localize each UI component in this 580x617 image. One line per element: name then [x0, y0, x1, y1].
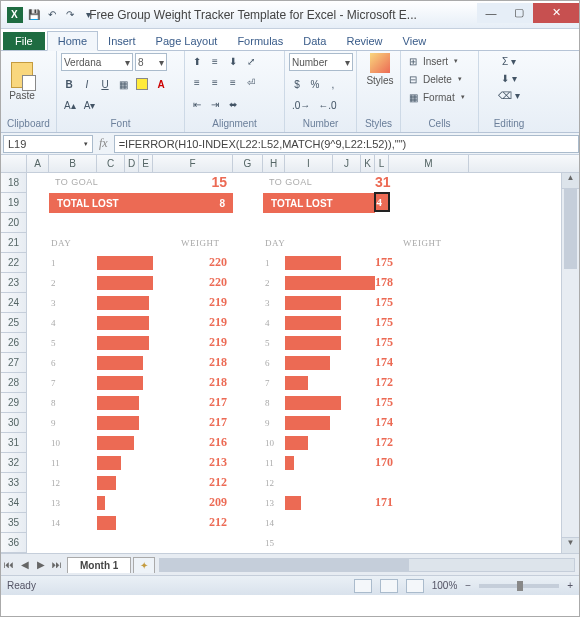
comma-button[interactable]: , — [325, 76, 341, 92]
tab-formulas[interactable]: Formulas — [227, 32, 293, 50]
select-all-corner[interactable] — [1, 155, 27, 173]
zoom-slider[interactable] — [479, 584, 559, 588]
group-number: Number — [289, 118, 352, 130]
title-bar: 💾 ↶ ↷ ▾ Free Group Weight Tracker Templa… — [1, 1, 579, 29]
tab-nav-first[interactable]: ⏮ — [1, 559, 17, 570]
group-clipboard: Clipboard — [5, 118, 52, 130]
excel-icon — [7, 7, 23, 23]
insert-cells-button[interactable]: ⊞ — [405, 53, 421, 69]
new-sheet-button[interactable]: ✦ — [133, 557, 155, 573]
italic-button[interactable]: I — [79, 76, 95, 92]
tab-view[interactable]: View — [393, 32, 437, 50]
tab-file[interactable]: File — [3, 32, 45, 50]
view-pagebreak-button[interactable] — [406, 579, 424, 593]
bold-button[interactable]: B — [61, 76, 77, 92]
quick-access-toolbar: 💾 ↶ ↷ ▾ — [27, 7, 95, 21]
status-bar: Ready 100% − + — [1, 575, 579, 595]
font-size-select[interactable]: 8▾ — [135, 53, 167, 71]
align-bottom-button[interactable]: ⬇ — [225, 53, 241, 69]
currency-button[interactable]: $ — [289, 76, 305, 92]
maximize-button[interactable]: ▢ — [505, 3, 533, 23]
grow-font-button[interactable]: A▴ — [61, 97, 79, 113]
group-cells: Cells — [405, 118, 474, 130]
vertical-scrollbar[interactable]: ▲ ▼ — [561, 173, 579, 553]
undo-icon[interactable]: ↶ — [45, 7, 59, 21]
percent-button[interactable]: % — [307, 76, 323, 92]
group-editing: Editing — [483, 118, 535, 130]
scroll-up-button[interactable]: ▲ — [562, 173, 579, 189]
formula-bar[interactable]: =IFERROR(H10-INDEX(L22:L52,MATCH(9^9,L22… — [114, 135, 579, 153]
save-icon[interactable]: 💾 — [27, 7, 41, 21]
number-format-select[interactable]: Number▾ — [289, 53, 353, 71]
paste-label: Paste — [9, 90, 35, 101]
vscroll-thumb[interactable] — [564, 189, 577, 269]
styles-button[interactable]: Styles — [361, 53, 399, 86]
decrease-decimal-button[interactable]: ←.0 — [315, 97, 339, 113]
status-ready: Ready — [7, 580, 36, 591]
tab-data[interactable]: Data — [293, 32, 336, 50]
group-styles: Styles — [361, 118, 396, 130]
align-middle-button[interactable]: ≡ — [207, 53, 223, 69]
border-button[interactable]: ▦ — [115, 76, 131, 92]
zoom-out-button[interactable]: − — [465, 580, 471, 591]
increase-decimal-button[interactable]: .0→ — [289, 97, 313, 113]
selected-cell[interactable]: 4 — [374, 192, 390, 212]
ribbon-tabs: File Home Insert Page Layout Formulas Da… — [1, 29, 579, 51]
tab-review[interactable]: Review — [336, 32, 392, 50]
styles-icon — [370, 53, 390, 73]
row-headers[interactable]: 18192021222324252627282930313233343536 — [1, 173, 27, 553]
name-box[interactable]: L19▾ — [3, 135, 93, 153]
zoom-level[interactable]: 100% — [432, 580, 458, 591]
tab-nav-last[interactable]: ⏭ — [49, 559, 65, 570]
format-cells-button[interactable]: ▦ — [405, 89, 421, 105]
close-button[interactable]: ✕ — [533, 3, 579, 23]
minimize-button[interactable]: — — [477, 3, 505, 23]
tab-nav-next[interactable]: ▶ — [33, 559, 49, 570]
shrink-font-button[interactable]: A▾ — [81, 97, 99, 113]
tab-insert[interactable]: Insert — [98, 32, 146, 50]
autosum-button[interactable]: Σ ▾ — [483, 53, 535, 69]
horizontal-scrollbar[interactable] — [159, 558, 575, 572]
align-top-button[interactable]: ⬆ — [189, 53, 205, 69]
font-name-select[interactable]: Verdana▾ — [61, 53, 133, 71]
tab-nav-prev[interactable]: ◀ — [17, 559, 33, 570]
column-headers[interactable]: ABCDEFGHIJKLM — [27, 155, 579, 173]
tab-home[interactable]: Home — [47, 31, 98, 51]
sheet-tab-month1[interactable]: Month 1 — [67, 557, 131, 573]
window-title: Free Group Weight Tracker Template for E… — [29, 8, 477, 22]
increase-indent-button[interactable]: ⇥ — [207, 96, 223, 112]
fx-icon[interactable]: fx — [99, 136, 108, 151]
redo-icon[interactable]: ↷ — [63, 7, 77, 21]
decrease-indent-button[interactable]: ⇤ — [189, 96, 205, 112]
merge-button[interactable]: ⬌ — [225, 96, 241, 112]
clear-button[interactable]: ⌫ ▾ — [483, 87, 535, 103]
view-normal-button[interactable] — [354, 579, 372, 593]
ribbon: Paste Clipboard Verdana▾ 8▾ B I U ▦ A A▴… — [1, 51, 579, 133]
scroll-down-button[interactable]: ▼ — [562, 537, 579, 553]
paste-icon — [11, 62, 33, 88]
hscroll-thumb[interactable] — [160, 559, 408, 571]
group-font: Font — [61, 118, 180, 130]
delete-cells-button[interactable]: ⊟ — [405, 71, 421, 87]
fill-color-button[interactable] — [133, 76, 151, 92]
sheet-tab-bar: ⏮ ◀ ▶ ⏭ Month 1 ✦ — [1, 553, 579, 575]
group-alignment: Alignment — [189, 118, 280, 130]
cells-area[interactable]: TO GOAL15TO GOAL31TOTAL LOST8TOTAL LOST4… — [27, 173, 561, 553]
align-left-button[interactable]: ≡ — [189, 75, 205, 91]
font-color-button[interactable]: A — [153, 76, 169, 92]
paste-button[interactable]: Paste — [5, 53, 39, 109]
formula-bar-row: L19▾ fx =IFERROR(H10-INDEX(L22:L52,MATCH… — [1, 133, 579, 155]
align-center-button[interactable]: ≡ — [207, 75, 223, 91]
view-layout-button[interactable] — [380, 579, 398, 593]
wrap-text-button[interactable]: ⏎ — [243, 75, 259, 91]
worksheet-grid[interactable]: ABCDEFGHIJKLM 18192021222324252627282930… — [1, 155, 579, 553]
zoom-in-button[interactable]: + — [567, 580, 573, 591]
align-right-button[interactable]: ≡ — [225, 75, 241, 91]
fill-button[interactable]: ⬇ ▾ — [483, 70, 535, 86]
underline-button[interactable]: U — [97, 76, 113, 92]
orientation-button[interactable]: ⤢ — [243, 53, 259, 69]
tab-page-layout[interactable]: Page Layout — [146, 32, 228, 50]
qat-customize-icon[interactable]: ▾ — [81, 7, 95, 21]
